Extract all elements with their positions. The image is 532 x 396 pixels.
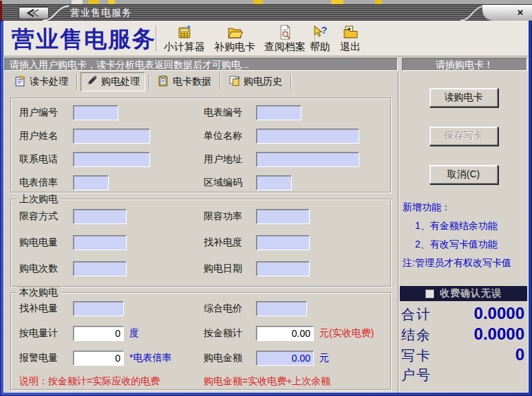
input-meter-id[interactable] xyxy=(256,105,301,120)
tab-label: 购电处理 xyxy=(101,76,140,88)
features-note: 新增功能： 1、有金额结余功能 2、有改写卡值功能 注:管理员才有权改写卡值 xyxy=(403,198,527,272)
cancel-button[interactable]: 取消(C) xyxy=(429,165,498,184)
input-user-address[interactable] xyxy=(256,152,359,167)
input-purchase-count[interactable] xyxy=(73,261,127,276)
clipboard-icon xyxy=(158,75,169,89)
tab-label: 读卡处理 xyxy=(30,76,68,88)
tab-card-data[interactable]: 电卡数据 xyxy=(153,73,216,91)
note-row: 说明：按金额计=实际应收的电费 购电金额=实收电费+上次余额 xyxy=(11,375,390,388)
card-buttons: 读购电卡 保存写卡 取消(C) xyxy=(398,88,529,184)
window-body: 营业售电服务 小计算器 xyxy=(3,21,529,393)
input-contact-phone[interactable] xyxy=(73,152,150,167)
tab-separator xyxy=(149,74,149,89)
input-purchase-amount[interactable] xyxy=(256,351,314,366)
total-value: 0.0000 xyxy=(432,304,524,323)
input-meter-ratio[interactable] xyxy=(73,175,109,190)
toolbar-button-view-archives[interactable]: 查阅档案 xyxy=(262,23,308,54)
note-text: 购电金额=实收电费+上次余额 xyxy=(204,375,330,388)
field-label: 限容功率 xyxy=(204,210,256,223)
page-title: 营业售电服务 xyxy=(12,24,156,55)
field-label: 购电日期 xyxy=(204,263,256,275)
status-message: 请插入用户购电卡，读卡分析电表返回数据后才可购电... xyxy=(4,58,398,71)
input-limit-mode[interactable] xyxy=(73,209,127,224)
field-label: 用户编号 xyxy=(19,107,73,119)
tab-purchase-processing[interactable]: 购电处理 xyxy=(81,72,145,91)
feature-item: 1、有金额结余功能 xyxy=(403,217,527,235)
toolbar-button-calculator[interactable]: 小计算器 xyxy=(162,23,207,54)
total-label: 户号 xyxy=(401,366,432,384)
tab-label: 电卡数据 xyxy=(173,76,211,88)
current-purchase-group: 本次购电 找补电量 综合电价 按电量计 度 xyxy=(10,292,391,390)
toolbar-label: 退出 xyxy=(340,41,361,54)
save-write-card-button[interactable]: 保存写卡 xyxy=(429,126,498,146)
field-label: 找补电度 xyxy=(204,236,256,249)
input-alarm-energy[interactable] xyxy=(73,351,124,366)
features-footnote: 注:管理员才有权改写卡值 xyxy=(403,254,527,272)
field-label: 限容方式 xyxy=(19,210,73,223)
write-pen-icon xyxy=(86,75,98,89)
tab-separator xyxy=(220,74,220,89)
toolbar-label: 帮助 xyxy=(310,41,330,54)
tab-separator xyxy=(290,74,291,89)
field-label: 用户姓名 xyxy=(19,130,73,142)
read-card-button[interactable]: 读购电卡 xyxy=(429,88,498,107)
input-user-id[interactable] xyxy=(73,105,118,120)
group-title: 上次购电 xyxy=(17,193,61,206)
application-window: 营业售电服务 × 营业售电服务 xyxy=(0,0,532,396)
input-limit-power[interactable] xyxy=(256,209,310,224)
total-value: 0 xyxy=(432,345,524,364)
totals-area: 合计 0.0000 结余 0.0000 写卡 0 户号 xyxy=(401,304,524,386)
toolbar-button-help[interactable]: ? 帮助 xyxy=(306,23,334,54)
input-adjust-degree[interactable] xyxy=(256,235,310,250)
header-separator xyxy=(156,25,157,52)
fee-confirm-checkbox[interactable] xyxy=(425,289,434,298)
input-purchase-date[interactable] xyxy=(256,261,310,276)
tab-purchase-history[interactable]: 购电历史 xyxy=(224,73,287,91)
field-label: 联系电话 xyxy=(19,153,73,166)
card-operations-panel: 读购电卡 保存写卡 取消(C) 新增功能： 1、有金额结余功能 2、有改写卡值功… xyxy=(398,72,529,393)
fee-confirm-label: 收费确认无误 xyxy=(440,287,502,300)
total-row: 合计 0.0000 xyxy=(401,304,524,324)
input-purchase-energy[interactable] xyxy=(73,235,127,250)
unit-label: 元(实收电费) xyxy=(319,327,374,340)
field-label: 用户地址 xyxy=(204,153,256,166)
field-label: 购电金额 xyxy=(204,352,256,364)
window-titlebar[interactable]: 营业售电服务 × xyxy=(0,4,532,21)
input-combined-price[interactable] xyxy=(256,301,307,316)
toolbar-button-repurchase-card[interactable]: 补购电卡 xyxy=(212,23,257,54)
unit-label: 元 xyxy=(319,352,329,364)
input-adjust-energy[interactable] xyxy=(73,301,124,316)
tab-read-card[interactable]: 读卡处理 xyxy=(10,73,73,91)
read-card-icon xyxy=(14,75,26,89)
input-by-energy[interactable] xyxy=(73,326,124,341)
user-info-group: 用户编号 电表编号 用户姓名 单位名称 联系电话 xyxy=(10,98,391,192)
input-unit-name[interactable] xyxy=(256,129,359,144)
calculator-icon xyxy=(177,23,193,40)
last-purchase-group: 上次购电 限容方式 限容功率 购电电量 找补电度 xyxy=(10,199,391,287)
input-by-amount[interactable] xyxy=(256,326,314,341)
total-value: 0.0000 xyxy=(432,324,524,344)
field-label: 按金额计 xyxy=(204,327,256,340)
input-user-name[interactable] xyxy=(73,129,150,144)
main-content: 读卡处理 购电处理 xyxy=(3,72,529,393)
toolbar-button-exit[interactable]: 退出 xyxy=(337,23,364,54)
tab-label: 购电历史 xyxy=(244,76,282,88)
note-text: 说明：按金额计=实际应收的电费 xyxy=(19,375,204,388)
window-title: 营业售电服务 xyxy=(70,7,132,19)
window-frame: 营业售电服务 小计算器 xyxy=(0,21,532,396)
total-label: 合计 xyxy=(401,305,432,324)
total-row: 户号 xyxy=(401,366,524,386)
card-panel-header: 请插购电卡！ xyxy=(402,58,527,71)
purchase-form-area: 读卡处理 购电处理 xyxy=(3,72,398,393)
field-label: 按电量计 xyxy=(19,327,73,340)
close-button[interactable]: × xyxy=(514,6,526,19)
field-label: 电表倍率 xyxy=(19,177,73,189)
toolbar-label: 小计算器 xyxy=(164,41,205,54)
feature-item: 2、有改写卡值功能 xyxy=(403,235,527,254)
field-label: 综合电价 xyxy=(204,302,256,315)
field-label: 购电次数 xyxy=(19,263,73,275)
help-cursor-icon: ? xyxy=(312,23,328,40)
total-row: 结余 0.0000 xyxy=(401,324,524,345)
input-area-code[interactable] xyxy=(256,175,292,190)
unit-label: 度 xyxy=(129,327,139,340)
